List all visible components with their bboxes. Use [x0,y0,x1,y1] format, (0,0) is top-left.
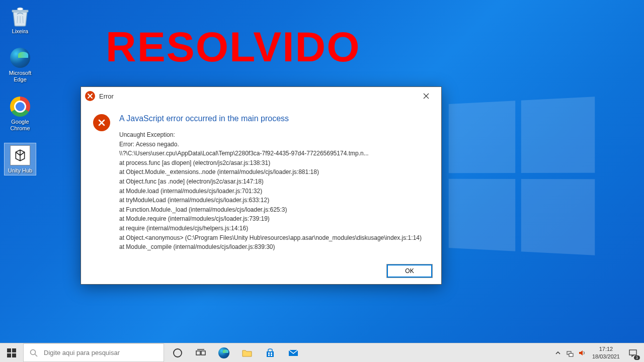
desktop-icon-label: Lixeira [12,28,28,35]
tray-volume[interactable] [576,343,588,362]
desktop-icon-label: Unity Hub [8,167,32,174]
tray-chevron-up[interactable] [552,343,564,362]
network-icon [566,349,574,357]
overlay-resolved-text: RESOLVIDO [106,23,361,71]
task-view-button[interactable] [189,343,212,362]
taskbar-edge[interactable] [212,343,235,362]
svg-rect-4 [201,351,205,355]
notification-badge: 3 [634,355,640,360]
svg-rect-12 [629,350,636,355]
close-button[interactable] [415,88,437,104]
task-view-icon [195,347,206,358]
dialog-titlebar[interactable]: Error [81,87,441,105]
volume-icon [578,349,586,357]
notifications-button[interactable]: 3 [624,343,642,362]
ok-button[interactable]: OK [387,264,432,278]
error-dialog: Error A JavaScript error occurred in the… [80,86,442,285]
svg-point-0 [17,8,23,11]
edge-icon [218,347,229,358]
svg-rect-5 [268,352,270,354]
taskbar-explorer[interactable] [235,343,259,362]
tray-network[interactable] [564,343,576,362]
svg-rect-11 [569,353,573,356]
desktop-icon-label: Microsoft Edge [5,70,35,83]
search-input[interactable] [44,349,157,356]
svg-point-2 [174,349,182,357]
circle-icon [172,347,183,358]
dialog-title: Error [99,93,415,100]
search-icon [30,349,38,357]
dialog-heading: A JavaScript error occurred in the main … [119,114,429,123]
unity-icon [9,144,31,166]
windows-icon [7,348,16,357]
system-tray: 17:12 18/03/2021 3 [550,343,644,362]
chevron-up-icon [555,350,561,356]
folder-icon [242,347,253,358]
recycle-bin-icon [9,5,31,27]
start-button[interactable] [0,343,23,362]
dialog-body: A JavaScript error occurred in the main … [81,105,441,258]
taskbar-pinned [166,343,305,362]
dialog-error-text: Uncaught Exception: Error: Acesso negado… [119,130,429,252]
taskbar-clock[interactable]: 17:12 18/03/2021 [588,343,624,362]
svg-rect-7 [268,354,270,356]
error-icon [93,114,110,131]
cortana-button[interactable] [166,343,189,362]
desktop-icons: Lixeira Microsoft Edge Google Chrome Uni… [4,4,36,175]
mail-icon [288,347,299,358]
search-box[interactable] [23,343,164,362]
store-icon [265,347,276,358]
desktop-icon-unity-hub[interactable]: Unity Hub [4,143,36,175]
svg-rect-3 [196,351,200,355]
windows-logo-wallpaper [449,97,595,255]
desktop-icon-label: Google Chrome [5,119,35,132]
error-icon [85,91,95,101]
edge-icon [9,47,31,69]
desktop-icon-recycle-bin[interactable]: Lixeira [4,4,36,36]
clock-date: 18/03/2021 [592,353,620,360]
desktop[interactable]: Lixeira Microsoft Edge Google Chrome Uni… [0,0,644,362]
svg-point-1 [31,349,36,354]
taskbar-mail[interactable] [282,343,305,362]
desktop-icon-edge[interactable]: Microsoft Edge [4,46,36,84]
taskbar-store[interactable] [259,343,282,362]
taskbar: 17:12 18/03/2021 3 [0,343,644,362]
desktop-icon-chrome[interactable]: Google Chrome [4,95,36,133]
dialog-footer: OK [81,258,441,284]
chrome-icon [9,96,31,118]
clock-time: 17:12 [599,345,613,352]
svg-rect-6 [271,352,272,354]
svg-rect-8 [271,354,272,356]
